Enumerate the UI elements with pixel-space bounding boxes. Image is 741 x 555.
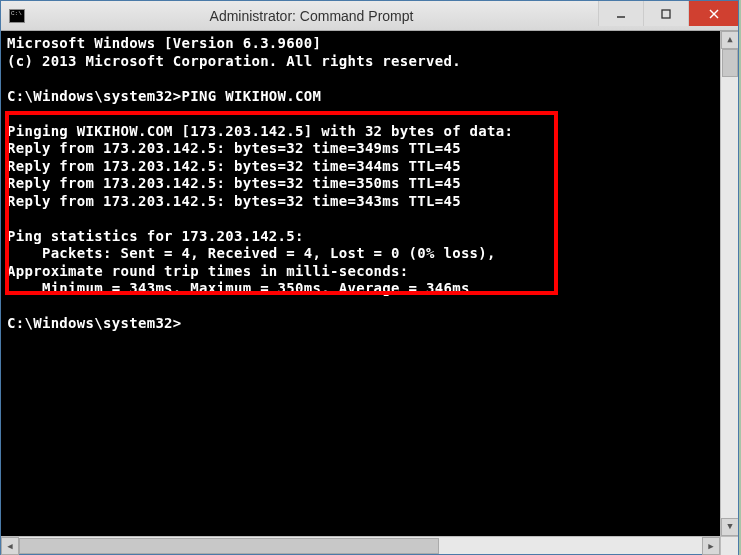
terminal-line: Reply from 173.203.142.5: bytes=32 time=… [7,140,461,156]
terminal-line: Pinging WIKIHOW.COM [173.203.142.5] with… [7,123,513,139]
terminal-output[interactable]: Microsoft Windows [Version 6.3.9600] (c)… [1,31,738,536]
maximize-button[interactable] [643,1,688,26]
maximize-icon [660,8,672,20]
horizontal-scroll-thumb[interactable] [19,538,439,554]
vertical-scroll-thumb[interactable] [722,49,738,77]
horizontal-scrollbar[interactable]: ◀ ▶ [1,536,738,554]
minimize-icon [615,8,627,20]
close-icon [708,8,720,20]
terminal-line: Reply from 173.203.142.5: bytes=32 time=… [7,193,461,209]
terminal-line: Ping statistics for 173.203.142.5: [7,228,304,244]
terminal-line: Approximate round trip times in milli-se… [7,263,409,279]
scroll-right-button[interactable]: ▶ [702,537,720,555]
window-title: Administrator: Command Prompt [25,8,598,24]
scroll-corner [720,537,738,555]
window-controls [598,1,738,30]
command-prompt-window: Administrator: Command Prompt Microsoft … [0,0,739,555]
terminal-line: Packets: Sent = 4, Received = 4, Lost = … [7,245,496,261]
vertical-scrollbar[interactable]: ▲ ▼ [720,31,738,536]
svg-rect-1 [662,10,670,18]
terminal-line: Microsoft Windows [Version 6.3.9600] [7,35,321,51]
cmd-icon [9,9,25,23]
terminal-line: C:\Windows\system32> [7,315,182,331]
titlebar[interactable]: Administrator: Command Prompt [1,1,738,31]
terminal-line: C:\Windows\system32>PING WIKIHOW.COM [7,88,321,104]
terminal-line: (c) 2013 Microsoft Corporation. All righ… [7,53,461,69]
scroll-left-button[interactable]: ◀ [1,537,19,555]
terminal-line: Minimum = 343ms, Maximum = 350ms, Averag… [7,280,470,296]
scroll-up-button[interactable]: ▲ [721,31,738,49]
scroll-down-button[interactable]: ▼ [721,518,738,536]
terminal-line: Reply from 173.203.142.5: bytes=32 time=… [7,175,461,191]
minimize-button[interactable] [598,1,643,26]
close-button[interactable] [688,1,738,26]
terminal-line: Reply from 173.203.142.5: bytes=32 time=… [7,158,461,174]
